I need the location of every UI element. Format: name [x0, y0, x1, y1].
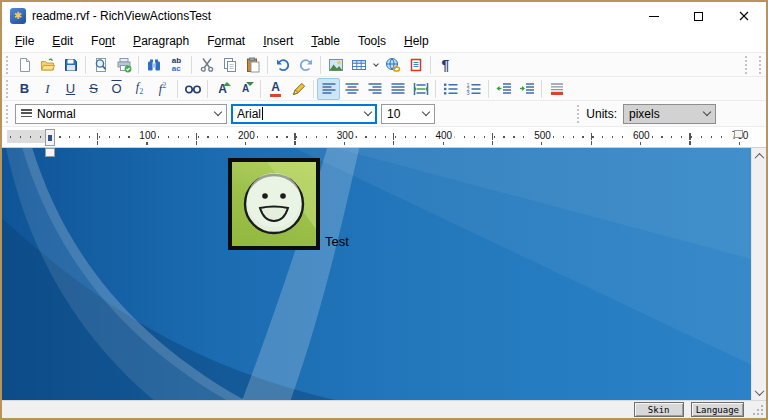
open-button[interactable]	[36, 54, 59, 76]
underline-button[interactable]: U	[59, 78, 82, 100]
replace-button[interactable]: abac	[165, 54, 188, 76]
insert-picture-button[interactable]	[324, 54, 347, 76]
font-dialog-button[interactable]	[181, 78, 204, 100]
outdent-button[interactable]	[492, 78, 515, 100]
open-folder-icon	[40, 57, 56, 73]
menu-item-file[interactable]: File	[6, 32, 43, 50]
grow-font-button[interactable]: A	[211, 78, 234, 100]
units-value: pixels	[629, 107, 660, 121]
chevron-down-icon	[754, 386, 764, 396]
language-button[interactable]: Language	[691, 402, 744, 417]
separator	[430, 56, 431, 74]
bullets-button[interactable]	[439, 78, 462, 100]
find-button[interactable]	[142, 54, 165, 76]
menu-item-paragraph[interactable]: Paragraph	[124, 32, 198, 50]
ruler-number: 100	[137, 130, 158, 142]
font-combobox[interactable]: Arial	[231, 104, 377, 124]
units-combobox[interactable]: pixels	[623, 104, 716, 124]
overline-button[interactable]: O	[105, 78, 128, 100]
style-combobox[interactable]: Normal	[15, 104, 227, 124]
bold-button[interactable]: B	[13, 78, 36, 100]
maximize-button[interactable]	[676, 2, 721, 30]
document-editor-area[interactable]: Test	[2, 148, 766, 400]
strikethrough-button[interactable]: S	[82, 78, 105, 100]
print-preview-icon	[93, 57, 109, 73]
toolbar-styles: Normal Arial 10 Units: pixels	[2, 100, 766, 126]
minimize-button[interactable]	[631, 2, 676, 30]
subscript-button[interactable]: f2	[128, 78, 151, 100]
horizontal-ruler: 100200300400500600700	[2, 126, 766, 148]
numbering-button[interactable]: 123	[462, 78, 485, 100]
italic-button[interactable]: I	[36, 78, 59, 100]
superscript-button[interactable]: f2	[151, 78, 174, 100]
insert-table-button[interactable]	[347, 54, 370, 76]
replace-icon: abac	[172, 57, 181, 73]
insert-hyperlink-button[interactable]	[381, 54, 404, 76]
highlight-button[interactable]	[287, 78, 310, 100]
paragraph-color-button[interactable]	[545, 78, 568, 100]
inserted-smiley-image[interactable]	[228, 158, 320, 250]
toolbar-gripper[interactable]	[744, 56, 748, 74]
app-icon: ✱	[10, 8, 26, 24]
print-button[interactable]	[112, 54, 135, 76]
redo-button[interactable]	[294, 54, 317, 76]
scroll-up-button[interactable]	[752, 148, 767, 164]
font-color-button[interactable]: A	[264, 78, 287, 100]
vertical-scrollbar[interactable]	[751, 148, 766, 400]
paragraph-marks-button[interactable]: ¶	[434, 54, 457, 76]
minimize-icon	[649, 16, 659, 17]
menu-item-insert[interactable]: Insert	[254, 32, 302, 50]
font-size-combobox[interactable]: 10	[381, 104, 435, 124]
close-button[interactable]	[721, 2, 766, 30]
table-icon	[351, 57, 367, 73]
menu-item-format[interactable]: Format	[198, 32, 254, 50]
copy-button[interactable]	[218, 54, 241, 76]
font-size-value: 10	[387, 107, 400, 121]
paste-button[interactable]	[241, 54, 264, 76]
toolbar-gripper[interactable]	[5, 105, 9, 123]
toolbar-gripper[interactable]	[576, 105, 580, 123]
menu-item-edit[interactable]: Edit	[43, 32, 82, 50]
indent-button[interactable]	[515, 78, 538, 100]
new-button[interactable]	[13, 54, 36, 76]
skin-button[interactable]: Skin	[634, 402, 684, 417]
table-dropdown-button[interactable]	[370, 54, 381, 76]
align-center-icon	[344, 82, 360, 96]
toolbar-gripper[interactable]	[758, 56, 762, 74]
scissors-icon	[199, 57, 215, 73]
document-text[interactable]: Test	[325, 234, 349, 249]
style-value: Normal	[37, 107, 76, 121]
print-icon	[116, 57, 132, 73]
font-value: Arial	[237, 107, 261, 121]
justify-button[interactable]	[386, 78, 409, 100]
menu-item-table[interactable]: Table	[302, 32, 349, 50]
toolbar-gripper[interactable]	[5, 80, 9, 98]
paragraph-style-icon	[21, 109, 32, 118]
toolbar-formatting: B I U S O f2 f2 A A A	[2, 76, 766, 100]
left-margin-marker[interactable]	[45, 148, 55, 157]
framed-document-icon	[408, 57, 424, 73]
toolbar-gripper[interactable]	[5, 56, 9, 74]
docked-toolbar-grippers	[744, 56, 762, 74]
up-arrow-icon	[223, 82, 231, 86]
align-left-button[interactable]	[317, 78, 340, 100]
print-preview-button[interactable]	[89, 54, 112, 76]
cut-button[interactable]	[195, 54, 218, 76]
insert-frame-button[interactable]	[404, 54, 427, 76]
ruler-number: 400	[433, 130, 454, 142]
menu-item-font[interactable]: Font	[82, 32, 124, 50]
undo-button[interactable]	[271, 54, 294, 76]
menu-item-tools[interactable]: Tools	[349, 32, 395, 50]
shrink-font-button[interactable]: A	[234, 78, 257, 100]
toolbar-standard: abac ¶	[2, 52, 766, 76]
text-width-button[interactable]	[409, 78, 432, 100]
save-button[interactable]	[59, 54, 82, 76]
align-right-button[interactable]	[363, 78, 386, 100]
menu-item-help[interactable]: Help	[395, 32, 438, 50]
right-indent-marker[interactable]	[734, 130, 743, 138]
chevron-down-icon	[373, 61, 379, 67]
left-indent-marker[interactable]	[45, 129, 55, 146]
scroll-down-button[interactable]	[752, 384, 767, 400]
resize-grip-icon[interactable]	[753, 405, 763, 415]
align-center-button[interactable]	[340, 78, 363, 100]
